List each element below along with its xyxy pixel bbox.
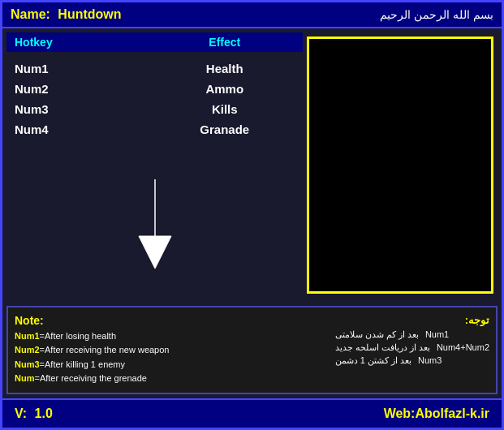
- note-line3-text: =After killing 1 enemy: [40, 359, 125, 369]
- app-name: Name: Huntdown: [11, 7, 122, 22]
- note-title: Note:: [15, 314, 169, 327]
- note-line3-key: Num3: [15, 359, 40, 369]
- content-area: Hotkey Effect Num1 Health Num2 Ammo Num3…: [2, 28, 502, 302]
- name-value: Huntdown: [58, 7, 121, 21]
- main-window: Name: Huntdown بسم الله الرحمن الرحيم Ho…: [0, 0, 504, 430]
- effect-granade: Granade: [155, 123, 295, 136]
- table-header: Hotkey Effect: [6, 32, 303, 52]
- hotkey-num2: Num2: [15, 82, 155, 96]
- website-prefix: Web:: [384, 406, 416, 420]
- note-right-text1: بعد از کم شدن سلامتی: [335, 329, 419, 340]
- note-line2-text: =After receiving the new weapon: [40, 345, 170, 355]
- left-panel: Hotkey Effect Num1 Health Num2 Ammo Num3…: [6, 32, 303, 298]
- note-line4-key: Num: [15, 373, 34, 383]
- svg-marker-0: [139, 179, 171, 269]
- bottom-bar: V: 1.0 Web:Abolfazl-k.ir: [2, 398, 502, 428]
- table-row: Num2 Ammo: [15, 80, 295, 97]
- arabic-text: بسم الله الرحمن الرحيم: [380, 8, 493, 21]
- right-panel-image: [307, 37, 493, 294]
- note-line1-text: =After losing health: [40, 331, 116, 341]
- note-right-text3: بعد از کشتن 1 دشمن: [335, 355, 411, 366]
- note-left: Note: Num1=After losing health Num2=Afte…: [15, 314, 169, 386]
- table-rows: Num1 Health Num2 Ammo Num3 Kills Num4 Gr…: [6, 56, 303, 142]
- note-right-row-2: Num4+Num2 بعد از دریافت اسلحه جدید: [335, 342, 489, 353]
- note-right-num3: Num3: [418, 355, 442, 366]
- note-right: توجه: Num1 بعد از کم شدن سلامتی Num4+Num…: [335, 314, 489, 368]
- table-row: Num4 Granade: [15, 121, 295, 138]
- top-bar: Name: Huntdown بسم الله الرحمن الرحيم: [2, 2, 502, 28]
- effect-kills: Kills: [155, 102, 295, 116]
- note-right-row-3: Num3 بعد از کشتن 1 دشمن: [335, 355, 489, 366]
- hotkey-num3: Num3: [15, 102, 155, 116]
- note-section: Note: Num1=After losing health Num2=Afte…: [6, 306, 498, 394]
- name-prefix: Name:: [11, 7, 50, 21]
- note-line4-text: =After receiving the grenade: [34, 373, 147, 383]
- note-title-right: توجه:: [335, 314, 489, 326]
- hotkey-num4: Num4: [15, 123, 155, 136]
- note-right-num1: Num1: [425, 329, 449, 340]
- note-right-row-1: Num1 بعد از کم شدن سلامتی: [335, 329, 489, 340]
- col-hotkey-header: Hotkey: [15, 36, 155, 49]
- version-prefix: V:: [15, 406, 27, 420]
- note-right-text2: بعد از دریافت اسلحه جدید: [335, 342, 430, 353]
- arrow-container: [6, 142, 303, 298]
- hotkey-num1: Num1: [15, 62, 155, 75]
- website-display: Web:Abolfazl-k.ir: [384, 406, 489, 421]
- note-line1-key: Num1: [15, 331, 40, 341]
- version-display: V: 1.0: [15, 406, 53, 421]
- effect-health: Health: [155, 62, 295, 75]
- note-right-num2: Num4+Num2: [437, 342, 489, 353]
- version-value: 1.0: [35, 406, 53, 420]
- arrow-down-icon: [131, 171, 179, 269]
- website-value: Abolfazl-k.ir: [415, 406, 489, 420]
- table-row: Num1 Health: [15, 60, 295, 77]
- note-line2-key: Num2: [15, 345, 40, 355]
- col-effect-header: Effect: [155, 36, 295, 49]
- table-row: Num3 Kills: [15, 101, 295, 118]
- effect-ammo: Ammo: [155, 82, 295, 96]
